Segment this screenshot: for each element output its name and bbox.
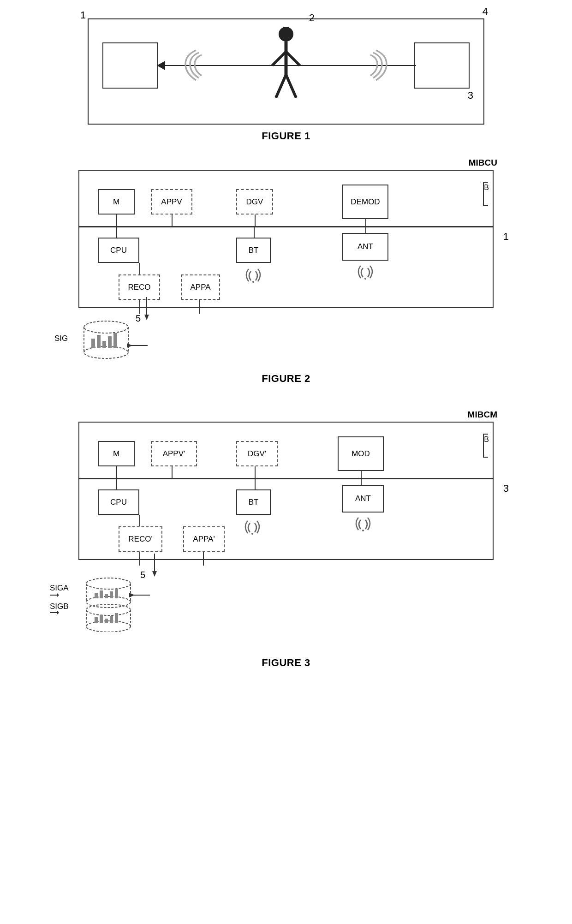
fig2-line-cpu-reco [139, 263, 140, 274]
fig1-label-2: 2 [309, 12, 315, 24]
svg-line-4 [276, 75, 286, 98]
fig2-line-appv-bus [172, 215, 173, 226]
figure2-section: MIBCU B M APPV DGV [28, 170, 544, 385]
figure2-diagram: MIBCU B M APPV DGV [78, 170, 494, 308]
svg-point-7 [364, 278, 366, 280]
figure3-caption: FIGURE 3 [262, 657, 310, 669]
svg-rect-36 [95, 617, 98, 623]
fig3-box-reco: RECO' [119, 526, 162, 552]
fig2-line-dgv-bus [255, 215, 256, 226]
fig3-box-ant: ANT [342, 485, 384, 513]
fig3-line-bus-cpu [116, 478, 117, 489]
svg-rect-27 [95, 593, 98, 598]
fig2-box-dgv: DGV [236, 189, 273, 215]
fig2-bus-line [79, 226, 493, 227]
fig3-wifi-bt [241, 517, 264, 537]
fig3-line-reco-down [139, 552, 140, 566]
fig3-line-bus-ant [361, 478, 362, 485]
svg-point-32 [86, 604, 131, 615]
svg-point-21 [251, 533, 253, 535]
svg-marker-42 [129, 593, 135, 597]
fig2-wifi-ant [354, 262, 377, 281]
fig2-box-ant: ANT [342, 233, 388, 261]
svg-rect-30 [110, 591, 113, 598]
svg-line-5 [286, 75, 296, 98]
figure1-caption: FIGURE 1 [262, 130, 310, 142]
svg-rect-12 [91, 339, 95, 348]
fig2-wifi-bt [242, 265, 265, 285]
fig2-line-reco-down [139, 300, 140, 314]
fig3-title: MIBCM [468, 410, 497, 420]
fig2-label-5: 5 [136, 313, 141, 324]
fig3-line-mod-bus [361, 471, 362, 478]
svg-marker-48 [152, 571, 157, 577]
fig2-box-cpu: CPU [98, 238, 139, 263]
fig2-title: MIBCU [469, 158, 497, 168]
fig2-box-demod: DEMOD [342, 185, 388, 219]
figure1-section: 1 4 3 2 [28, 18, 544, 142]
fig3-box-dgv: DGV' [236, 441, 278, 466]
fig3-box-mod: MOD [338, 436, 384, 471]
fig2-line-bus-bt [254, 226, 255, 238]
fig3-line-dgv-bus [255, 466, 256, 478]
svg-point-0 [279, 27, 293, 42]
svg-line-2 [272, 52, 286, 66]
fig3-line-appv-bus [172, 466, 173, 478]
fig2-line-appa-down [199, 300, 200, 314]
fig3-label-5: 5 [140, 570, 145, 580]
fig3-box-bt: BT [236, 489, 271, 515]
fig1-label-4: 4 [483, 6, 488, 18]
figure2-caption: FIGURE 2 [262, 373, 310, 385]
fig3-box-cpu: CPU [98, 489, 139, 515]
svg-rect-13 [97, 335, 101, 348]
svg-point-6 [252, 281, 254, 283]
svg-rect-39 [110, 616, 113, 623]
fig3-line-bus-bt [255, 478, 256, 489]
figure1-diagram: 1 4 3 2 [88, 18, 484, 125]
wifi-left [179, 48, 204, 87]
fig3-box-m: M [98, 441, 135, 466]
svg-rect-40 [115, 613, 118, 623]
fig1-arrow-head [157, 61, 165, 70]
svg-point-35 [86, 621, 131, 632]
svg-marker-46 [57, 610, 59, 615]
fig2-line-m-bus [116, 215, 117, 226]
fig2-sig-label: SIG [54, 334, 68, 343]
fig1-device-right: 3 [414, 42, 470, 89]
svg-marker-18 [127, 343, 132, 348]
wifi-right [368, 48, 393, 87]
fig1-device-left [102, 42, 158, 89]
svg-marker-20 [144, 315, 149, 320]
fig3-box-appv: APPV' [151, 441, 197, 466]
fig3-bus-line [79, 478, 493, 479]
fig3-line-cpu-reco [139, 515, 140, 526]
svg-point-8 [84, 321, 128, 333]
svg-rect-28 [100, 590, 103, 598]
fig3-label-3: 3 [503, 483, 509, 495]
fig2-line-bus-cpu [116, 226, 117, 238]
fig2-box-bt: BT [236, 238, 271, 263]
fig3-wifi-ant [352, 514, 375, 533]
figure3-diagram: MIBCM B M APPV' DGV' [78, 422, 494, 560]
fig1-label-1: 1 [80, 9, 86, 21]
fig1-person: 2 [268, 24, 304, 104]
svg-rect-38 [105, 619, 108, 623]
fig1-label-3: 3 [468, 89, 473, 101]
fig2-line-demod-bus [365, 219, 366, 226]
fig2-box-appa: APPA [181, 274, 220, 300]
figure3-section: MIBCM B M APPV' DGV' [28, 422, 544, 669]
svg-point-23 [86, 578, 131, 589]
svg-line-3 [286, 52, 300, 66]
svg-rect-16 [113, 333, 117, 348]
fig2-box-m: M [98, 189, 135, 215]
fig2-line-bus-ant [365, 226, 366, 233]
fig3-line-appa-down [203, 552, 204, 566]
svg-rect-15 [108, 336, 112, 348]
svg-rect-37 [100, 615, 103, 623]
fig3-sig-area: SIGA SIGB [74, 577, 138, 634]
svg-point-22 [362, 530, 364, 531]
svg-marker-44 [57, 593, 59, 597]
svg-rect-14 [102, 341, 106, 348]
svg-point-11 [84, 346, 128, 358]
fig2-label-1: 1 [503, 231, 509, 243]
